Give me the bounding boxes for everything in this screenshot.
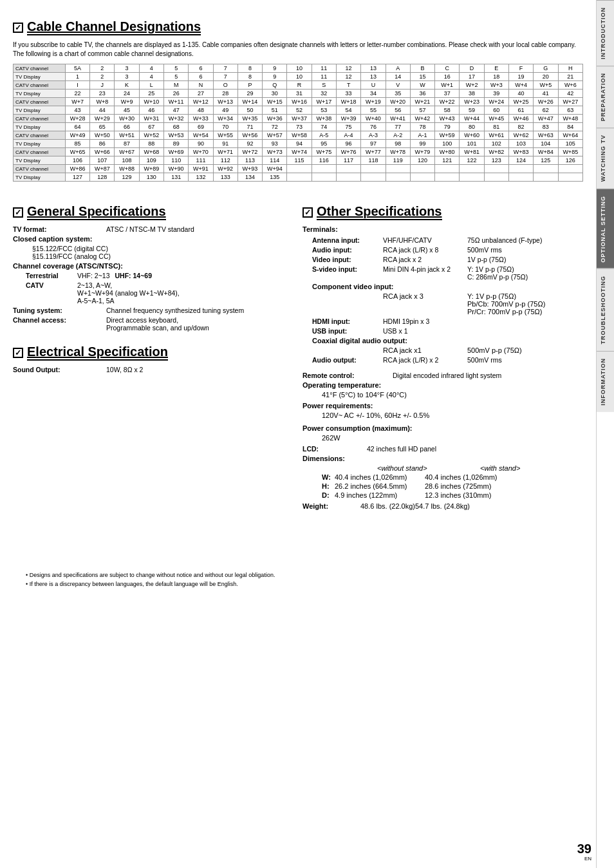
antenna-value: VHF/UHF/CATV [383,236,467,244]
antenna-right: 75Ω unbalanced (F-type) [467,236,583,244]
general-specs-title: General Specifications [27,204,166,220]
terminals-title: Terminals: [302,225,583,233]
tv-format-value: ATSC / NTSC-M TV standard [106,225,283,233]
cable-channel-table: CATV channel5A2345678910111213ABCDEFGHTV… [13,64,583,182]
dim-w-val: 40.4 inches (1,026mm) [335,473,425,481]
audio-output-value: RCA jack (L/R) x 2 [383,356,467,364]
footnote-2: • If there is a discrepancy between lang… [26,580,596,589]
channel-access-val1: Direct access keyboard, [106,316,283,324]
cable-channel-checkbox [13,23,23,33]
dim-h-label: H: [322,482,335,490]
usb-label: USB input: [312,327,383,335]
audio-input-label: Audio input: [312,246,383,254]
dimensions-label: Dimensions: [302,455,345,462]
component-right-y: Y: 1V p-p (75Ω) [467,292,583,300]
sidebar-tab-troubleshooting[interactable]: TROUBLESHOOTING [597,269,614,351]
power-req-label: Power requirements: [302,402,373,410]
cable-channel-title: Cable Channel Designations [27,19,201,35]
closed-caption-label: Closed caption system: [13,235,92,243]
lcd-label: LCD: [302,445,367,453]
dim-d-val: 4.9 inches (122mm) [335,491,425,499]
catv-label: CATV [26,281,77,305]
footnotes: • Designs and specifications are subject… [26,571,596,589]
hdmi-value: HDMI 19pin x 3 [383,317,467,325]
video-input-label: Video input: [312,256,383,263]
terrestrial-label: Terrestrial [26,272,77,279]
hdmi-label: HDMI input: [312,317,383,325]
terrestrial-uhf: UHF: 14~69 [115,272,152,279]
dim-d-label: D: [322,491,335,499]
svideo-right-c: C: 286mV p-p (75Ω) [467,273,583,281]
with-stand-label: <with stand> [480,464,583,472]
component-val: RCA jack x 3 [383,292,467,316]
other-specs-checkbox [302,207,313,218]
remote-control-label: Remote control: [302,372,393,379]
sound-output-value: 10W, 8Ω x 2 [106,366,283,373]
cable-intro-text: If you subscribe to cable TV, the channe… [13,41,583,59]
operating-temp-value: 41°F (5°C) to 104°F (40°C) [322,391,407,399]
electrical-spec-checkbox [13,348,23,358]
catv-val2: W+1~W+94 (analog W+1~W+84), [77,289,180,297]
component-title: Component video input: [312,283,583,290]
sidebar-tabs: INTRODUCTION PREPARATION WATCHING TV OPT… [596,0,614,868]
audio-input-value: RCA jack (L/R) x 8 [383,246,467,254]
audio-output-label: Audio output: [312,356,383,364]
power-req-value: 120V~ AC +/- 10%, 60Hz +/- 0.5% [322,411,429,419]
video-input-right: 1V p-p (75Ω) [467,256,583,263]
dim-w-label: W: [322,473,335,481]
dim-w-right: 40.4 inches (1,026mm) [425,473,498,481]
component-right-pr: Pr/Cr: 700mV p-p (75Ω) [467,308,583,316]
component-indent [312,292,383,316]
closed-caption-val1: §15.122/FCC (digital CC) [32,245,283,252]
footnote-1: • Designs and specifications are subject… [26,571,596,580]
catv-val3: A-5~A-1, 5A [77,297,180,305]
sidebar-tab-preparation[interactable]: PREPARATION [597,66,614,127]
coaxial-right: 500mV p-p (75Ω) [467,346,583,354]
sidebar-tab-introduction[interactable]: INTRODUCTION [597,0,614,66]
audio-output-right: 500mV rms [467,356,583,364]
weight-val: 48.6 lbs. (22.0kg) [348,502,415,510]
tuning-system-value: Channel frequency synthesized tuning sys… [106,307,283,314]
channel-access-val2: Programmable scan, and up/down [106,324,283,332]
page-en-label: EN [584,856,591,862]
electrical-spec-title: Electrical Specification [27,344,168,361]
power-consumption-value: 262W [322,434,340,442]
tv-format-label: TV format: [13,225,106,233]
other-specs-title: Other Specifications [317,204,442,220]
sound-output-label: Sound Output: [13,366,106,373]
svideo-right-y: Y: 1V p-p (75Ω) [467,265,583,273]
channel-coverage-label: Channel coverage (ATSC/NTSC): [13,262,123,270]
channel-access-label: Channel access: [13,316,106,332]
antenna-label: Antenna input: [312,236,383,244]
sidebar-tab-optional-setting[interactable]: OPTIONAL SETTING [597,189,614,269]
dim-d-right: 12.3 inches (310mm) [425,491,491,499]
component-right-pb: Pb/Cb: 700mV p-p (75Ω) [467,300,583,308]
coaxial-title: Coaxial digital audio output: [312,337,583,344]
operating-temp-label: Operating temperature: [302,381,381,389]
terrestrial-vhf: VHF: 2~13 [77,272,110,279]
weight-right: 54.7 lbs. (24.8kg) [415,502,470,510]
svideo-value: Mini DIN 4-pin jack x 2 [383,265,467,281]
catv-val1: 2~13, A~W, [77,281,180,289]
page-number: 39 [577,842,591,856]
svideo-label: S-video input: [312,265,383,281]
lcd-value: 42 inches full HD panel [367,445,583,453]
power-consumption-label: Power consumption (maximum): [302,424,413,432]
sidebar-tab-information[interactable]: INFORMATION [597,351,614,412]
closed-caption-val2: §15.119/FCC (analog CC) [32,252,283,260]
without-stand-label: <without stand> [377,464,480,472]
audio-input-right: 500mV rms [467,246,583,254]
general-specs-checkbox [13,207,23,218]
remote-control-value: Digital encoded infrared light system [393,372,583,379]
dim-h-right: 28.6 inches (725mm) [425,482,491,490]
sidebar-tab-watching-tv[interactable]: WATCHING TV [597,127,614,188]
weight-label: Weight: [302,502,348,510]
dim-h-val: 26.2 inches (664.5mm) [335,482,425,490]
usb-value: USB x 1 [383,327,467,335]
video-input-value: RCA jack x 2 [383,256,467,263]
coaxial-val: RCA jack x1 [383,346,467,354]
tuning-system-label: Tuning system: [13,307,106,314]
